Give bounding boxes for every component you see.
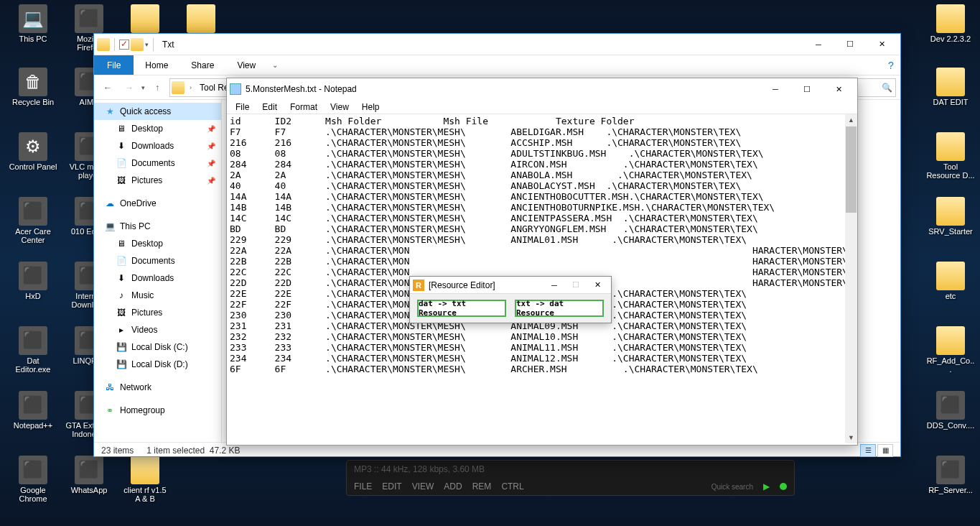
minimize-button[interactable]: ─ [543, 277, 565, 293]
desktop-icon[interactable]: client rf v1.5 A & B [121, 456, 169, 503]
status-selected: 1 item selected [146, 446, 205, 456]
folder-icon [936, 326, 965, 355]
icon-label: Acer Care Center [9, 227, 57, 244]
up-button[interactable]: ↑ [148, 78, 167, 97]
desktop-icon[interactable]: ⬛Notepad++ [9, 391, 57, 430]
view-icons-button[interactable]: ▦ [877, 444, 893, 457]
desktop-icon[interactable]: ⬛Acer Care Center [9, 197, 57, 244]
back-button[interactable]: ← [98, 78, 117, 97]
sidebar-item[interactable]: ♪Music [94, 287, 221, 304]
sidebar-item-desktop[interactable]: 🖥Desktop📌 [94, 120, 221, 137]
desktop-icon[interactable]: ⬛DDS_Conv.... [926, 391, 975, 430]
icon-label: etc [926, 292, 975, 300]
view-details-button[interactable]: ☰ [860, 444, 876, 457]
sidebar-homegroup[interactable]: ⚭Homegroup [94, 402, 221, 419]
desktop-icon[interactable]: ⚙Control Panel [9, 132, 57, 171]
notepad-window: 5.MonsterMesh.txt - Notepad ─ ☐ ✕ FileEd… [226, 78, 858, 446]
desktop-icon[interactable]: etc [926, 262, 975, 300]
scrollbar-thumb[interactable] [846, 126, 857, 213]
forward-button[interactable]: → [120, 78, 139, 97]
sidebar-this-pc[interactable]: 💻This PC [94, 218, 221, 235]
player-info: MP3 :: 44 kHz, 128 kbps, 3.60 MB [354, 464, 485, 474]
pin-icon: 📌 [207, 160, 215, 167]
ribbon-file-tab[interactable]: File [94, 55, 134, 75]
txt-to-dat-button[interactable]: txt -> dat Resource [515, 300, 604, 317]
ribbon-tab-share[interactable]: Share [179, 55, 225, 75]
desktop-icon[interactable] [177, 4, 225, 34]
sidebar-item[interactable]: 🖼Pictures [94, 304, 221, 321]
desktop-icon[interactable]: ⬛Google Chrome [9, 456, 57, 503]
folder-icon [936, 132, 965, 161]
player-search[interactable]: Quick search [711, 483, 753, 491]
player-menu-file[interactable]: FILE [354, 481, 372, 492]
player-menu-view[interactable]: VIEW [412, 481, 434, 492]
maximize-button[interactable]: ☐ [565, 277, 587, 293]
scrollbar-vertical[interactable]: ▲ ▼ [845, 114, 857, 443]
folder-icon [187, 4, 215, 33]
app-icon: ⬛ [19, 197, 47, 226]
folder-icon [131, 456, 159, 484]
player-menu-add[interactable]: ADD [444, 481, 462, 492]
desktop-icon[interactable]: ⬛RF_Server... [926, 456, 975, 494]
search-icon: 🔍 [882, 83, 892, 93]
menu-view[interactable]: View [325, 100, 355, 114]
help-button[interactable]: ? [882, 55, 900, 75]
qa-checkbox-icon[interactable]: ✓ [119, 40, 129, 50]
close-button[interactable]: ✕ [866, 34, 897, 55]
desktop[interactable]: 💻This PC⬛Mozilla Firefox🗑Recycle Bin⬛AIM… [0, 0, 980, 526]
background-player: MP3 :: 44 kHz, 128 kbps, 3.60 MB FILEEDI… [346, 460, 795, 496]
ribbon-tab-home[interactable]: Home [134, 55, 179, 75]
desktop-icon[interactable]: ⬛HxD [9, 262, 57, 300]
sidebar-item[interactable]: 💾Local Disk (C:) [94, 338, 221, 356]
menu-help[interactable]: Help [356, 100, 386, 114]
ribbon-tab-view[interactable]: View [225, 55, 267, 75]
resource-editor-titlebar[interactable]: R [Resource Editor] ─ ☐ ✕ [410, 277, 611, 294]
maximize-button[interactable]: ☐ [791, 79, 823, 99]
player-menu-rem[interactable]: REM [472, 481, 492, 492]
desktop-icon[interactable]: Tool Resource D... [926, 132, 975, 180]
close-button[interactable]: ✕ [587, 277, 608, 293]
desktop-icon[interactable]: 🗑Recycle Bin [9, 68, 57, 106]
dat-to-txt-button[interactable]: dat -> txt Resource [417, 300, 506, 317]
icon-label: HxD [9, 292, 57, 300]
desktop-icon[interactable]: 💻This PC [9, 4, 57, 43]
sidebar-item[interactable]: ▸Videos [94, 321, 221, 338]
sidebar: ★Quick access 🖥Desktop📌⬇Downloads📌📄Docum… [94, 100, 222, 442]
sidebar-item-pictures[interactable]: 🖼Pictures📌 [94, 172, 221, 189]
menu-file[interactable]: File [230, 100, 255, 114]
sidebar-item-documents[interactable]: 📄Documents📌 [94, 154, 221, 172]
sidebar-quick-access[interactable]: ★Quick access [94, 103, 221, 120]
window-title: [Resource Editor] [429, 280, 495, 290]
menu-edit[interactable]: Edit [256, 100, 283, 114]
maximize-button[interactable]: ☐ [834, 34, 866, 55]
sidebar-item[interactable]: 🖥Desktop [94, 235, 221, 252]
sidebar-item-downloads[interactable]: ⬇Downloads📌 [94, 137, 221, 154]
minimize-button[interactable]: ─ [760, 79, 791, 99]
sidebar-item[interactable]: 📄Documents [94, 252, 221, 269]
desktop-icon[interactable]: Dev 2.2.3.2 [926, 4, 975, 43]
folder-icon [97, 38, 110, 51]
desktop-icon[interactable]: ⬛WhatsApp [65, 456, 113, 494]
player-menu-edit[interactable]: EDIT [382, 481, 401, 492]
folder-icon [172, 81, 185, 94]
desktop-icon[interactable]: ⬛Dat Editor.exe [9, 326, 57, 374]
sidebar-network[interactable]: 🖧Network [94, 379, 221, 396]
player-menu-ctrl[interactable]: CTRL [501, 481, 523, 492]
icon-label: Tool Resource D... [926, 162, 975, 180]
desktop-icon[interactable] [121, 4, 169, 34]
desktop-icon[interactable]: SRV_Starter [926, 197, 975, 236]
icon-label: Notepad++ [9, 421, 57, 430]
sidebar-onedrive[interactable]: ☁OneDrive [94, 195, 221, 212]
menu-format[interactable]: Format [284, 100, 323, 114]
minimize-button[interactable]: ─ [803, 34, 834, 55]
explorer-titlebar[interactable]: ✓ ▾ Txt ─ ☐ ✕ [94, 34, 900, 55]
icon-label: RF_Add_Co... [926, 356, 975, 374]
sidebar-item[interactable]: 💾Local Disk (D:) [94, 356, 221, 373]
ribbon-expand-button[interactable]: ⌄ [267, 55, 283, 75]
desktop-icon[interactable]: DAT EDIT [926, 68, 975, 106]
desktop-icon[interactable]: RF_Add_Co... [926, 326, 975, 374]
notepad-titlebar[interactable]: 5.MonsterMesh.txt - Notepad ─ ☐ ✕ [227, 78, 857, 100]
folder-icon [936, 4, 965, 33]
close-button[interactable]: ✕ [823, 79, 854, 99]
sidebar-item[interactable]: ⬇Downloads [94, 269, 221, 287]
